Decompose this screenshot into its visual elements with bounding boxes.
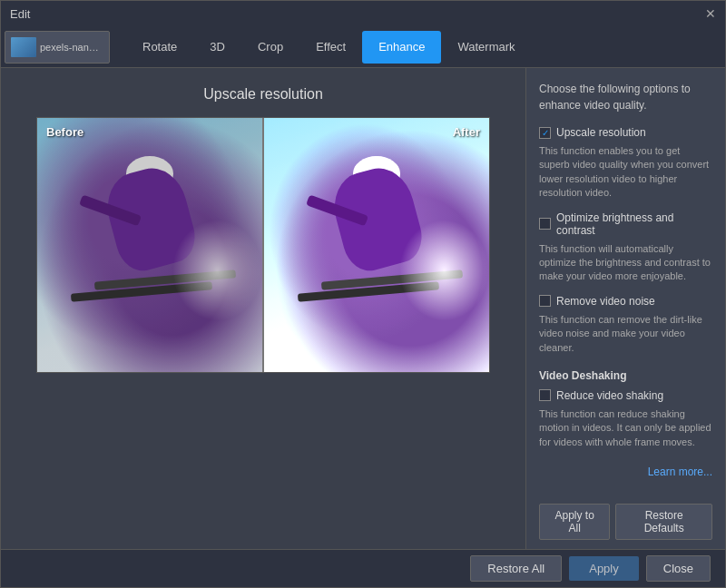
thumbnail-item[interactable]: pexels-nang-... bbox=[5, 31, 110, 64]
thumbnail-image bbox=[11, 37, 36, 57]
after-label: After bbox=[453, 125, 480, 139]
option-row-deshaking: Reduce video shaking bbox=[539, 389, 712, 402]
deshaking-label: Reduce video shaking bbox=[556, 389, 663, 402]
bottom-bar: Restore All Apply Close bbox=[1, 549, 725, 587]
option-row-brightness: Optimize brightness and contrast bbox=[539, 211, 712, 237]
tab-rotate[interactable]: Rotate bbox=[126, 31, 193, 64]
apply-to-all-button[interactable]: Apply to All bbox=[539, 504, 610, 540]
tab-effect[interactable]: Effect bbox=[299, 31, 362, 64]
option-row-noise: Remove video noise bbox=[539, 295, 712, 308]
before-label: Before bbox=[46, 125, 83, 139]
restore-all-button[interactable]: Restore All bbox=[470, 555, 562, 582]
noise-checkbox[interactable] bbox=[539, 295, 551, 307]
tab-bar: pexels-nang-... Rotate 3D Crop Effect En… bbox=[1, 26, 725, 68]
snow-spray-after bbox=[399, 220, 489, 321]
deshaking-checkbox[interactable] bbox=[539, 389, 551, 401]
noise-label: Remove video noise bbox=[556, 295, 655, 308]
tab-enhance[interactable]: Enhance bbox=[362, 31, 441, 64]
brightness-label: Optimize brightness and contrast bbox=[556, 211, 712, 237]
upscale-desc: This function enables you to get superb … bbox=[539, 144, 712, 201]
snow-spray bbox=[172, 220, 262, 321]
main-content: Upscale resolution Before bbox=[1, 68, 725, 549]
noise-desc: This function can remove the dirt-like v… bbox=[539, 313, 712, 355]
preview-before: Before bbox=[37, 118, 262, 372]
window-title: Edit bbox=[10, 7, 30, 21]
thumbnail-label: pexels-nang-... bbox=[40, 42, 103, 53]
title-bar: Edit ✕ bbox=[1, 1, 725, 26]
upscale-label: Upscale resolution bbox=[556, 126, 646, 139]
tab-3d[interactable]: 3D bbox=[193, 31, 241, 64]
preview-title: Upscale resolution bbox=[203, 86, 323, 103]
option-row-upscale: Upscale resolution bbox=[539, 126, 712, 139]
brightness-checkbox[interactable] bbox=[539, 218, 551, 230]
tab-watermark[interactable]: Watermark bbox=[441, 31, 531, 64]
apply-button[interactable]: Apply bbox=[569, 556, 639, 581]
close-button[interactable]: Close bbox=[646, 555, 711, 582]
nav-tabs: Rotate 3D Crop Effect Enhance Watermark bbox=[126, 31, 532, 64]
edit-window: Edit ✕ pexels-nang-... Rotate 3D Crop Ef… bbox=[0, 0, 726, 588]
preview-after: After bbox=[264, 118, 489, 372]
ski-before-image bbox=[37, 118, 262, 372]
learn-more-link[interactable]: Learn more... bbox=[539, 466, 712, 478]
preview-area: Upscale resolution Before bbox=[1, 68, 525, 549]
panel-description: Choose the following options to enhance … bbox=[539, 81, 712, 113]
preview-container: Before After bbox=[36, 117, 490, 373]
right-panel: Choose the following options to enhance … bbox=[525, 68, 725, 549]
deshaking-section-title: Video Deshaking bbox=[539, 369, 712, 382]
ski-after-image bbox=[264, 118, 489, 372]
deshaking-desc: This function can reduce shaking motion … bbox=[539, 407, 712, 449]
restore-defaults-button[interactable]: Restore Defaults bbox=[615, 504, 712, 540]
brightness-desc: This function will automatically optimiz… bbox=[539, 242, 712, 284]
close-window-button[interactable]: ✕ bbox=[705, 7, 716, 20]
upscale-checkbox[interactable] bbox=[539, 127, 551, 139]
tab-crop[interactable]: Crop bbox=[241, 31, 299, 64]
panel-buttons: Apply to All Restore Defaults bbox=[539, 491, 712, 540]
